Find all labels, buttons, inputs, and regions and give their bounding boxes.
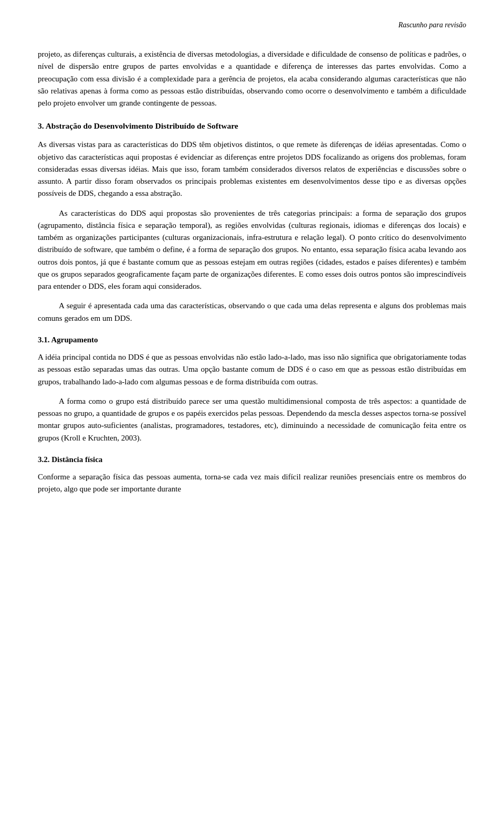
section3-paragraph3: A seguir é apresentada cada uma das cara…	[38, 300, 466, 324]
page: Rascunho para revisão projeto, as difere…	[0, 0, 504, 838]
intro-text: projeto, as diferenças culturais, a exis…	[38, 50, 466, 107]
intro-paragraph: projeto, as diferenças culturais, a exis…	[38, 48, 466, 109]
section3-paragraph2: As características do DDS aqui propostas…	[38, 207, 466, 293]
section31-paragraph2: A forma como o grupo está distribuído pa…	[38, 395, 466, 444]
section-3-title: 3. Abstração do Desenvolvimento Distribu…	[38, 120, 466, 132]
header-text: Rascunho para revisão	[398, 21, 466, 29]
section32-paragraph1: Conforme a separação física das pessoas …	[38, 471, 466, 496]
page-header: Rascunho para revisão	[38, 21, 466, 29]
section-31-title: 3.1. Agrupamento	[38, 334, 466, 346]
section31-paragraph1: A idéia principal contida no DDS é que a…	[38, 351, 466, 388]
main-content: projeto, as diferenças culturais, a exis…	[38, 48, 466, 496]
section3-paragraph1: As diversas vistas para as característic…	[38, 139, 466, 200]
section-32-title: 3.2. Distância física	[38, 454, 466, 466]
